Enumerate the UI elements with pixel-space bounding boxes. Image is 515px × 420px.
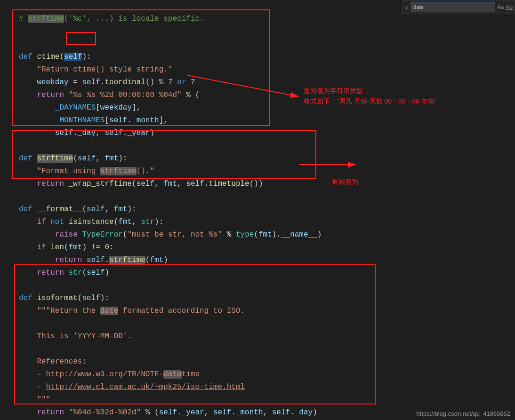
keyword-def: def — [19, 294, 32, 302]
keyword-return: return — [55, 256, 82, 264]
docstring: "Return ctime() style string." — [37, 65, 172, 74]
keyword-not: not — [50, 218, 64, 226]
self-ref: self — [87, 256, 105, 264]
keyword-if: if — [37, 218, 46, 226]
keyword-def: def — [19, 53, 32, 61]
call-toordinal: toordinal — [105, 78, 145, 87]
watermark: https://blog.csdn.net/qq_41865652 — [417, 410, 511, 417]
match-word-toggle[interactable]: Ab — [506, 4, 513, 10]
prop-month: _month — [236, 408, 263, 417]
fmt-string: "%04d-%02d-%02d" — [69, 408, 141, 417]
find-options: Aa Ab — [495, 4, 515, 10]
docstring: "Format using strftime()." — [37, 167, 154, 175]
keyword-return: return — [37, 269, 64, 277]
fn-isoformat: isoformat — [37, 294, 77, 302]
prop-day: _day — [78, 129, 96, 137]
fn-format: __format__ — [37, 205, 82, 214]
var-weekday: weekday — [100, 103, 132, 112]
docstring: """Return the date formatted according t… — [37, 307, 245, 315]
docstring: """ — [37, 396, 50, 404]
prop-day: _day — [295, 408, 313, 417]
self-ref: self — [272, 408, 290, 417]
fn-strftime: strftime — [37, 154, 73, 163]
op-pct: % ( — [141, 408, 159, 417]
annotation-text-2: 返回值为 — [332, 176, 358, 187]
docstring: References: — [37, 357, 87, 366]
num-7: 7 — [168, 78, 173, 87]
fmt-string: "%s %s %2d 00:00:00 %04d" — [69, 91, 182, 99]
op-eq: = — [69, 78, 82, 87]
self-ref: self — [82, 78, 100, 87]
self-ref: self — [137, 180, 154, 188]
self-ref: self — [109, 116, 127, 125]
param-fmt: fmt — [258, 230, 272, 239]
find-expand-icon[interactable]: › — [402, 0, 411, 14]
num-0: 0 — [105, 243, 109, 252]
keyword-return: return — [37, 408, 64, 417]
param-fmt: fmt — [114, 205, 128, 214]
call-str: str — [69, 269, 82, 277]
op-pct: % — [222, 230, 236, 239]
comment-line: # strftime('%c', ...) is locale specific… — [19, 15, 204, 23]
self-ref: self — [105, 129, 122, 137]
prop-name: __name__ — [281, 230, 317, 239]
keyword-def: def — [19, 205, 32, 214]
prop-year: _year — [127, 129, 150, 137]
prop-month: _month — [132, 116, 159, 125]
call-isinstance: isinstance — [69, 218, 114, 226]
keyword-raise: raise — [55, 230, 78, 239]
docstring: - http://www.w3.org/TR/NOTE-datetime — [37, 370, 200, 379]
find-panel: › Aa Ab — [402, 0, 515, 14]
call-strftime: strftime — [109, 256, 145, 264]
keyword-def: def — [19, 154, 32, 163]
param-fmt: fmt — [118, 218, 132, 226]
keyword-return: return — [37, 91, 64, 99]
const-monthnames: _MONTHNAMES — [55, 116, 105, 125]
type-typeerror: TypeError — [82, 230, 122, 239]
find-input[interactable] — [411, 2, 495, 12]
call-type: type — [236, 230, 254, 239]
param-fmt: fmt — [105, 154, 118, 163]
keyword-return: return — [37, 180, 64, 188]
bracket: [ — [96, 103, 100, 112]
code-editor[interactable]: # strftime('%c', ...) is locale specific… — [0, 0, 515, 420]
bracket-close: ], — [132, 103, 141, 112]
self-ref: self — [159, 408, 177, 417]
fn-ctime: ctime — [37, 53, 59, 61]
self-ref: self — [186, 180, 204, 188]
call-wrap-strftime: _wrap_strftime — [69, 180, 132, 188]
type-str: str — [141, 218, 154, 226]
annotation-text-1: 返回值为字符串类型， 格式如下："周几 月份-天数 00：00：00 年份" — [304, 86, 437, 106]
param-self: self — [87, 205, 105, 214]
param-self: self — [64, 53, 82, 61]
param-self: self — [78, 154, 96, 163]
const-daynames: _DAYNAMES — [55, 103, 96, 112]
docstring: This is 'YYYY-MM-DD'. — [37, 332, 132, 341]
docstring: - http://www.cl.cam.ac.uk/~mgk25/iso-tim… — [37, 383, 245, 391]
var-weekday: weekday — [37, 78, 68, 87]
call-timetuple: timetuple — [209, 180, 249, 188]
match-case-toggle[interactable]: Aa — [497, 4, 504, 10]
param-fmt: fmt — [163, 180, 177, 188]
param-fmt: fmt — [150, 256, 163, 264]
self-ref: self — [213, 408, 231, 417]
keyword-or: or — [177, 78, 186, 87]
self-ref: self — [87, 269, 105, 277]
op-pct: % ( — [182, 91, 200, 99]
param-fmt: fmt — [69, 243, 82, 252]
keyword-if: if — [37, 243, 46, 252]
param-self: self — [82, 294, 100, 302]
op-mod: % — [154, 78, 168, 87]
err-msg: "must be str, not %s" — [127, 230, 222, 239]
call-len: len — [50, 243, 64, 252]
prop-year: _year — [182, 408, 204, 417]
self-ref: self — [55, 129, 73, 137]
num-7b: 7 — [191, 78, 195, 87]
